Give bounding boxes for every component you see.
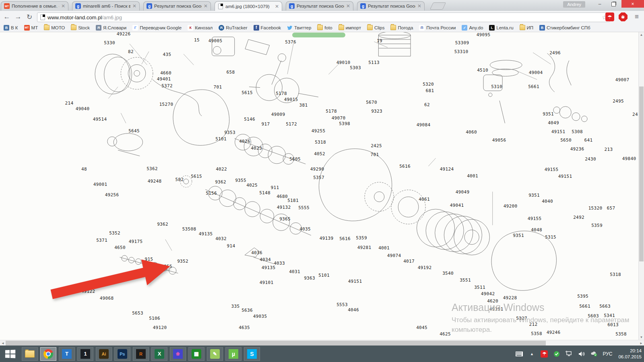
tab-close-icon[interactable]: ✕ — [132, 4, 136, 8]
sync-cloud-tray-icon[interactable] — [590, 350, 598, 358]
excel-taskbar-icon[interactable]: X — [151, 347, 167, 361]
browser-tab[interactable]: gРезультат поиска Google✕ — [357, 1, 425, 10]
calculator-taskbar-icon[interactable]: ▦ — [188, 347, 204, 361]
horizontal-scrollbar[interactable]: ◄ ► — [0, 340, 644, 346]
bookmark-item[interactable]: foto — [317, 25, 332, 31]
bookmark-label: foto — [324, 25, 332, 30]
profile-badge[interactable]: Andrey — [563, 1, 585, 8]
bookmark-item[interactable]: ВСтикербомбинг СПб — [539, 25, 590, 31]
bookmark-item[interactable]: ✓Any.do — [462, 25, 483, 31]
bookmark-label: импорт — [346, 25, 361, 30]
bookmarks-bar: BВ КМТMTМОТОStockЯЯ.СловариГПереводчик G… — [0, 23, 644, 32]
minimize-button[interactable]: – — [594, 0, 605, 8]
folder-icon — [339, 25, 344, 31]
forward-button[interactable]: → — [13, 12, 23, 22]
new-tab-button[interactable] — [430, 2, 446, 10]
tab-close-icon[interactable]: ✕ — [204, 4, 208, 8]
clock-date: 06.07.2015 — [618, 354, 642, 360]
tab-title: Результат поиска Google — [368, 4, 415, 8]
back-button[interactable]: ← — [2, 12, 12, 22]
bookmark-label: MT — [31, 25, 38, 30]
clock-time: 20:14 — [618, 348, 642, 354]
bookmark-label: Переводчик Google — [140, 25, 182, 30]
media-app-taskbar-icon[interactable]: ❀ — [170, 347, 186, 361]
adblock-extension-icon[interactable] — [618, 12, 628, 21]
bookmark-item[interactable]: RRuTracker — [219, 25, 247, 31]
bookmark-item[interactable]: Clips — [367, 25, 385, 31]
bookmark-item[interactable]: Погода — [390, 25, 413, 31]
taskbar-clock[interactable]: 20:1406.07.2015 — [617, 348, 642, 360]
taskbar: T1AiPsRX❀▦✎µS ▲☂РУС20:1406.07.2015 — [0, 346, 644, 362]
file-explorer-taskbar-icon[interactable] — [22, 347, 38, 361]
vertical-scroll-thumb[interactable] — [639, 86, 644, 261]
vertical-scrollbar[interactable]: ▲ ▼ — [638, 32, 644, 340]
illustrator-taskbar-icon[interactable]: Ai — [96, 347, 112, 361]
restore-icon — [611, 2, 616, 6]
one-touch-taskbar-icon[interactable]: 1 — [77, 347, 93, 361]
folder-icon — [520, 25, 525, 31]
tab-close-icon[interactable]: ✕ — [346, 4, 350, 8]
close-button[interactable]: × — [621, 0, 644, 8]
photoshop-taskbar-icon[interactable]: Ps — [114, 347, 130, 361]
bookmark-item[interactable]: LLenta.ru — [489, 25, 513, 31]
hidden-icons-tray-icon[interactable]: ▲ — [528, 350, 536, 358]
tab-close-icon[interactable]: ✕ — [275, 4, 279, 9]
restore-button[interactable] — [608, 0, 619, 8]
browser-tab[interactable]: gminarelli am6 - Поиск в G✕ — [72, 1, 140, 10]
bookmark-item[interactable]: fFacebook — [254, 25, 281, 31]
scroll-down-arrow[interactable]: ▼ — [639, 335, 644, 340]
browser-tab[interactable]: gРезультат поиска Google✕ — [143, 1, 211, 10]
volume-tray-icon[interactable] — [578, 350, 586, 358]
bookmark-label: В К — [11, 25, 18, 30]
browser-tab[interactable]: am6.jpg (1800×1079)✕ — [215, 1, 282, 11]
bookmark-label: Any.do — [469, 25, 483, 30]
notes-taskbar-icon[interactable]: ✎ — [207, 347, 223, 361]
url-host: www.motor-land.com.pl — [47, 14, 102, 21]
mt-favicon-icon: МТ — [4, 3, 10, 9]
chrome-taskbar-icon[interactable] — [40, 347, 56, 361]
bookmark-label: Стикербомбинг СПб — [547, 25, 590, 30]
avira-tray-icon[interactable]: ☂ — [540, 350, 548, 358]
language-indicator[interactable]: РУС — [603, 351, 612, 357]
bookmark-item[interactable]: импорт — [339, 25, 361, 31]
bookmark-item[interactable]: ППочта России — [419, 25, 456, 31]
bookmark-item[interactable]: Твиттер — [287, 25, 311, 31]
bookmark-item[interactable]: Stock — [71, 25, 90, 31]
tab-close-icon[interactable]: ✕ — [61, 4, 65, 8]
scroll-left-arrow[interactable]: ◄ — [0, 340, 6, 346]
scroll-right-arrow[interactable]: ► — [638, 340, 644, 346]
image-resizer-taskbar-icon[interactable]: R — [133, 347, 149, 361]
stop-hand-icon — [619, 12, 627, 21]
browser-tab[interactable]: gРезультат поиска Google✕ — [286, 1, 353, 10]
scroll-up-arrow[interactable]: ▲ — [639, 32, 644, 37]
avira-extension-icon[interactable]: ☂ — [605, 12, 614, 21]
browser-tab[interactable]: МТПополнение в семье. - П✕ — [1, 1, 68, 10]
utorrent-taskbar-icon[interactable]: µ — [225, 347, 242, 361]
pochta-icon: П — [419, 25, 425, 31]
bookmark-item[interactable]: ГПереводчик Google — [132, 25, 182, 31]
bookmark-item[interactable]: ЯЯ.Словари — [96, 25, 126, 31]
folder-icon — [71, 25, 76, 31]
bookmark-item[interactable]: ККинозал — [188, 25, 213, 31]
reload-button[interactable]: ↻ — [24, 12, 35, 22]
touch-keyboard-tray-icon[interactable] — [515, 350, 523, 358]
start-button[interactable] — [1, 346, 19, 362]
tab-title: minarelli am6 - Поиск в G — [83, 4, 130, 8]
twitter-icon — [287, 25, 293, 31]
horizontal-scroll-thumb[interactable] — [6, 341, 546, 346]
tab-title: Пополнение в семье. - П — [12, 4, 59, 8]
bookmark-item[interactable]: МТMT — [24, 25, 38, 31]
bookmark-item[interactable]: ИП — [520, 25, 534, 31]
thunderbird-taskbar-icon[interactable]: T — [59, 347, 75, 361]
bookmark-item[interactable]: BВ К — [4, 25, 18, 31]
google-favicon-icon: g — [360, 3, 366, 9]
address-bar[interactable]: www.motor-land.com.pl/am6.jpg ☆ — [37, 12, 610, 22]
google-favicon-icon: g — [289, 3, 295, 9]
bookmark-item[interactable]: МОТО — [44, 25, 65, 31]
facebook-icon: f — [254, 25, 259, 31]
chrome-menu-button[interactable]: ≡ — [632, 12, 642, 21]
network-tray-icon[interactable] — [565, 350, 573, 358]
installer-tray-icon[interactable] — [553, 350, 561, 358]
tab-close-icon[interactable]: ✕ — [417, 4, 421, 8]
skype-taskbar-icon[interactable]: S — [244, 347, 260, 361]
